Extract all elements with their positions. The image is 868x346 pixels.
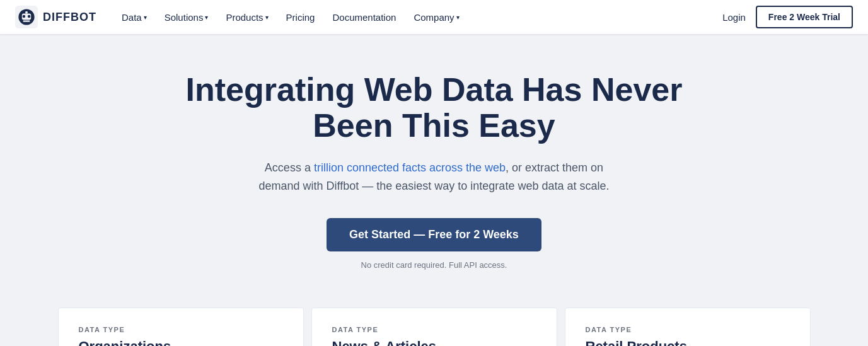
card-news-type: DATA TYPE (332, 326, 536, 333)
card-retail-title: Retail Products (586, 338, 790, 346)
hero-subtitle-part1: Access a (265, 161, 314, 174)
svg-point-3 (23, 15, 26, 18)
nav-company-label: Company (414, 12, 454, 23)
nav-documentation-label: Documentation (332, 12, 396, 23)
nav-products-label: Products (226, 12, 263, 23)
nav-solutions-chevron: ▾ (205, 14, 208, 21)
nav-data-label: Data (122, 12, 142, 23)
card-organizations: DATA TYPE Organizations (58, 308, 304, 346)
nav-item-products[interactable]: Products ▾ (218, 8, 275, 26)
svg-rect-5 (23, 20, 30, 21)
nav-item-company[interactable]: Company ▾ (406, 8, 466, 26)
card-retail-type: DATA TYPE (586, 326, 790, 333)
nav-right: Login Free 2 Week Trial (722, 6, 853, 28)
nav-pricing-label: Pricing (286, 12, 315, 23)
nav-item-solutions[interactable]: Solutions ▾ (157, 8, 216, 26)
svg-rect-6 (25, 11, 28, 14)
hero-subtitle: Access a trillion connected facts across… (258, 159, 611, 195)
nav-solutions-label: Solutions (165, 12, 204, 23)
nav-item-pricing[interactable]: Pricing (279, 8, 323, 26)
nav-item-data[interactable]: Data ▾ (114, 8, 154, 26)
card-organizations-type: DATA TYPE (79, 326, 283, 333)
trial-button[interactable]: Free 2 Week Trial (756, 6, 853, 28)
nav-company-chevron: ▾ (456, 14, 460, 21)
card-retail-products: DATA TYPE Retail Products (565, 308, 811, 346)
nav-links: Data ▾ Solutions ▾ Products ▾ Pricing Do… (114, 8, 722, 26)
card-news-articles: DATA TYPE News & Articles (311, 308, 557, 346)
brand-logo[interactable]: DIFFBOT (15, 6, 96, 28)
navbar: DIFFBOT Data ▾ Solutions ▾ Products ▾ Pr… (0, 0, 868, 34)
svg-point-4 (28, 15, 31, 18)
diffbot-logo-icon (15, 6, 38, 28)
card-news-title: News & Articles (332, 338, 536, 346)
data-type-cards: DATA TYPE Organizations DATA TYPE News &… (0, 308, 868, 346)
nav-item-documentation[interactable]: Documentation (325, 8, 403, 26)
nav-products-chevron: ▾ (265, 14, 269, 21)
hero-section: Integrating Web Data Has Never Been This… (0, 34, 868, 295)
login-link[interactable]: Login (722, 12, 746, 23)
nav-data-chevron: ▾ (144, 14, 147, 21)
hero-title: Integrating Web Data Has Never Been This… (151, 72, 718, 144)
card-organizations-title: Organizations (79, 338, 283, 346)
cta-note: No credit card required. Full API access… (361, 260, 507, 270)
cta-button[interactable]: Get Started — Free for 2 Weeks (327, 218, 541, 251)
hero-subtitle-link: trillion connected facts across the web (314, 161, 506, 174)
brand-name: DIFFBOT (43, 11, 96, 24)
